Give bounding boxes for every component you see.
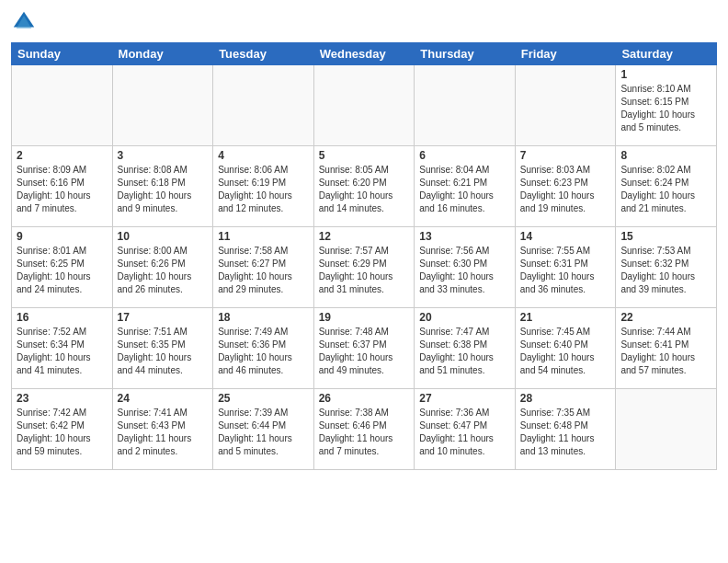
day-info: Sunrise: 7:47 AM Sunset: 6:38 PM Dayligh…: [419, 326, 510, 377]
calendar-cell: 15Sunrise: 7:53 AM Sunset: 6:32 PM Dayli…: [616, 227, 717, 308]
calendar-week-5: 23Sunrise: 7:42 AM Sunset: 6:42 PM Dayli…: [12, 389, 717, 470]
day-number: 3: [118, 149, 209, 162]
day-info: Sunrise: 7:49 AM Sunset: 6:36 PM Dayligh…: [218, 326, 309, 377]
day-info: Sunrise: 7:53 AM Sunset: 6:32 PM Dayligh…: [620, 245, 711, 296]
day-number: 10: [118, 230, 209, 243]
day-info: Sunrise: 7:39 AM Sunset: 6:44 PM Dayligh…: [218, 407, 309, 458]
weekday-header-sunday: Sunday: [12, 43, 113, 65]
calendar-cell: 20Sunrise: 7:47 AM Sunset: 6:38 PM Dayli…: [415, 308, 516, 389]
weekday-header-thursday: Thursday: [415, 43, 516, 65]
day-info: Sunrise: 7:51 AM Sunset: 6:35 PM Dayligh…: [118, 326, 209, 377]
day-number: 8: [620, 149, 711, 162]
calendar-cell: 21Sunrise: 7:45 AM Sunset: 6:40 PM Dayli…: [515, 308, 616, 389]
calendar-cell: 10Sunrise: 8:00 AM Sunset: 6:26 PM Dayli…: [112, 227, 213, 308]
calendar-cell: 12Sunrise: 7:57 AM Sunset: 6:29 PM Dayli…: [313, 227, 415, 308]
calendar-cell: 27Sunrise: 7:36 AM Sunset: 6:47 PM Dayli…: [415, 389, 516, 470]
day-number: 4: [218, 149, 309, 162]
calendar-body: 1Sunrise: 8:10 AM Sunset: 6:15 PM Daylig…: [12, 65, 717, 470]
day-number: 13: [419, 230, 510, 243]
calendar-cell: 13Sunrise: 7:56 AM Sunset: 6:30 PM Dayli…: [415, 227, 516, 308]
day-number: 15: [620, 230, 711, 243]
day-number: 6: [419, 149, 510, 162]
day-info: Sunrise: 8:08 AM Sunset: 6:18 PM Dayligh…: [118, 164, 209, 215]
calendar-cell: 1Sunrise: 8:10 AM Sunset: 6:15 PM Daylig…: [616, 65, 717, 146]
calendar-cell: [515, 65, 616, 146]
day-info: Sunrise: 7:56 AM Sunset: 6:30 PM Dayligh…: [419, 245, 510, 296]
day-number: 16: [17, 311, 108, 324]
day-info: Sunrise: 7:44 AM Sunset: 6:41 PM Dayligh…: [620, 326, 711, 377]
day-number: 18: [218, 311, 309, 324]
calendar-cell: [213, 65, 314, 146]
day-number: 22: [620, 311, 711, 324]
day-number: 5: [319, 149, 410, 162]
logo-icon: [11, 9, 37, 35]
weekday-header-friday: Friday: [515, 43, 616, 65]
calendar-cell: [12, 65, 113, 146]
day-number: 23: [17, 392, 108, 405]
day-info: Sunrise: 8:09 AM Sunset: 6:16 PM Dayligh…: [17, 164, 108, 215]
calendar-cell: 23Sunrise: 7:42 AM Sunset: 6:42 PM Dayli…: [12, 389, 113, 470]
day-number: 20: [419, 311, 510, 324]
calendar-cell: 4Sunrise: 8:06 AM Sunset: 6:19 PM Daylig…: [213, 146, 314, 227]
weekday-header-monday: Monday: [112, 43, 213, 65]
calendar-cell: 9Sunrise: 8:01 AM Sunset: 6:25 PM Daylig…: [12, 227, 113, 308]
weekday-header-wednesday: Wednesday: [313, 43, 415, 65]
day-number: 28: [520, 392, 611, 405]
day-number: 12: [319, 230, 410, 243]
calendar-cell: 6Sunrise: 8:04 AM Sunset: 6:21 PM Daylig…: [415, 146, 516, 227]
day-number: 2: [17, 149, 108, 162]
day-number: 7: [520, 149, 611, 162]
day-info: Sunrise: 7:42 AM Sunset: 6:42 PM Dayligh…: [17, 407, 108, 458]
day-number: 1: [620, 68, 711, 81]
day-info: Sunrise: 8:05 AM Sunset: 6:20 PM Dayligh…: [319, 164, 410, 215]
header: [11, 9, 717, 35]
calendar-cell: 22Sunrise: 7:44 AM Sunset: 6:41 PM Dayli…: [616, 308, 717, 389]
calendar-cell: 11Sunrise: 7:58 AM Sunset: 6:27 PM Dayli…: [213, 227, 314, 308]
calendar-cell: 24Sunrise: 7:41 AM Sunset: 6:43 PM Dayli…: [112, 389, 213, 470]
calendar-week-2: 2Sunrise: 8:09 AM Sunset: 6:16 PM Daylig…: [12, 146, 717, 227]
day-number: 11: [218, 230, 309, 243]
calendar-cell: 17Sunrise: 7:51 AM Sunset: 6:35 PM Dayli…: [112, 308, 213, 389]
calendar-cell: 18Sunrise: 7:49 AM Sunset: 6:36 PM Dayli…: [213, 308, 314, 389]
calendar-week-1: 1Sunrise: 8:10 AM Sunset: 6:15 PM Daylig…: [12, 65, 717, 146]
calendar-cell: 14Sunrise: 7:55 AM Sunset: 6:31 PM Dayli…: [515, 227, 616, 308]
day-info: Sunrise: 8:06 AM Sunset: 6:19 PM Dayligh…: [218, 164, 309, 215]
day-info: Sunrise: 8:01 AM Sunset: 6:25 PM Dayligh…: [17, 245, 108, 296]
calendar-header: SundayMondayTuesdayWednesdayThursdayFrid…: [12, 43, 717, 65]
day-info: Sunrise: 7:52 AM Sunset: 6:34 PM Dayligh…: [17, 326, 108, 377]
weekday-row: SundayMondayTuesdayWednesdayThursdayFrid…: [12, 43, 717, 65]
calendar-cell: 8Sunrise: 8:02 AM Sunset: 6:24 PM Daylig…: [616, 146, 717, 227]
calendar-cell: 7Sunrise: 8:03 AM Sunset: 6:23 PM Daylig…: [515, 146, 616, 227]
day-info: Sunrise: 8:02 AM Sunset: 6:24 PM Dayligh…: [620, 164, 711, 215]
calendar-cell: [415, 65, 516, 146]
day-number: 14: [520, 230, 611, 243]
calendar-cell: 5Sunrise: 8:05 AM Sunset: 6:20 PM Daylig…: [313, 146, 415, 227]
calendar-cell: [313, 65, 415, 146]
day-info: Sunrise: 7:38 AM Sunset: 6:46 PM Dayligh…: [319, 407, 410, 458]
day-number: 21: [520, 311, 611, 324]
day-number: 26: [319, 392, 410, 405]
day-number: 25: [218, 392, 309, 405]
day-info: Sunrise: 7:36 AM Sunset: 6:47 PM Dayligh…: [419, 407, 510, 458]
day-info: Sunrise: 7:45 AM Sunset: 6:40 PM Dayligh…: [520, 326, 611, 377]
day-info: Sunrise: 7:57 AM Sunset: 6:29 PM Dayligh…: [319, 245, 410, 296]
day-info: Sunrise: 7:58 AM Sunset: 6:27 PM Dayligh…: [218, 245, 309, 296]
day-info: Sunrise: 7:41 AM Sunset: 6:43 PM Dayligh…: [118, 407, 209, 458]
logo: [11, 9, 40, 35]
weekday-header-tuesday: Tuesday: [213, 43, 314, 65]
calendar-week-4: 16Sunrise: 7:52 AM Sunset: 6:34 PM Dayli…: [12, 308, 717, 389]
day-info: Sunrise: 7:35 AM Sunset: 6:48 PM Dayligh…: [520, 407, 611, 458]
page-container: SundayMondayTuesdayWednesdayThursdayFrid…: [0, 0, 728, 476]
calendar-cell: 3Sunrise: 8:08 AM Sunset: 6:18 PM Daylig…: [112, 146, 213, 227]
calendar-cell: 28Sunrise: 7:35 AM Sunset: 6:48 PM Dayli…: [515, 389, 616, 470]
day-number: 27: [419, 392, 510, 405]
day-number: 9: [17, 230, 108, 243]
day-info: Sunrise: 7:48 AM Sunset: 6:37 PM Dayligh…: [319, 326, 410, 377]
calendar-cell: 2Sunrise: 8:09 AM Sunset: 6:16 PM Daylig…: [12, 146, 113, 227]
calendar-cell: [112, 65, 213, 146]
day-number: 19: [319, 311, 410, 324]
calendar-table: SundayMondayTuesdayWednesdayThursdayFrid…: [11, 42, 717, 470]
calendar-cell: 16Sunrise: 7:52 AM Sunset: 6:34 PM Dayli…: [12, 308, 113, 389]
day-info: Sunrise: 8:00 AM Sunset: 6:26 PM Dayligh…: [118, 245, 209, 296]
calendar-cell: [616, 389, 717, 470]
